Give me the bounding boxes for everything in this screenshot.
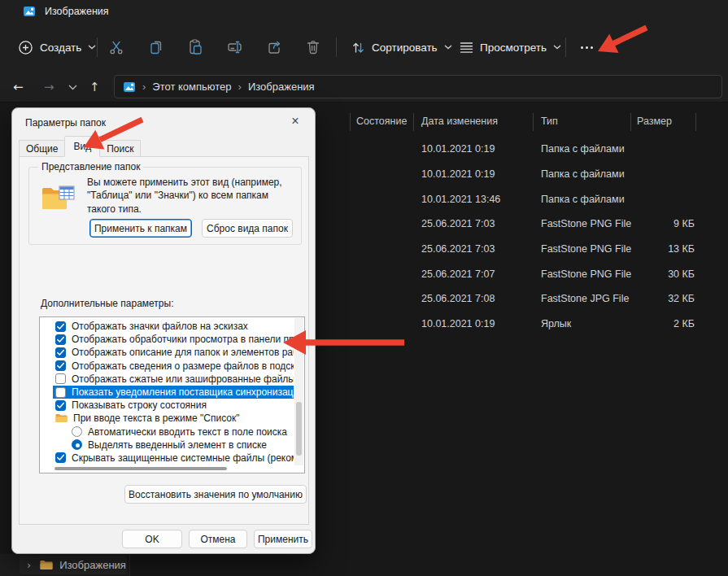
column-separator: [630, 113, 631, 131]
sort-button[interactable]: Сортировать: [351, 23, 452, 72]
checkbox[interactable]: [55, 360, 66, 371]
history-chevron-button[interactable]: [68, 72, 77, 103]
command-bar: Создать Сортировать Просмотреть: [0, 23, 728, 72]
table-row[interactable]: 25.06.2021 7:03FastStone PNG File13 КБ: [350, 237, 728, 262]
window-title: Изображения: [45, 6, 109, 17]
checkbox[interactable]: [55, 400, 66, 411]
advanced-option[interactable]: Показывать строку состояния: [53, 399, 294, 412]
advanced-option[interactable]: Отображать обработчики просмотра в панел…: [53, 333, 294, 346]
apply-to-folders-button[interactable]: Применить к папкам: [89, 219, 192, 238]
table-row[interactable]: 25.06.2021 7:07FastStone PNG File30 КБ: [350, 261, 728, 286]
checkbox[interactable]: [55, 373, 66, 384]
file-rows: 10.01.2021 0:19Папка с файлами10.01.2021…: [350, 137, 728, 337]
checkbox[interactable]: [55, 321, 66, 332]
tab-search[interactable]: Поиск: [99, 140, 141, 157]
sort-label: Сортировать: [372, 41, 438, 54]
new-label: Создать: [40, 41, 81, 54]
advanced-items: Отображать значки файлов на эскизахОтобр…: [40, 320, 304, 465]
cancel-button[interactable]: Отмена: [189, 530, 247, 548]
checkbox[interactable]: [55, 347, 66, 358]
column-header-status[interactable]: Состояние: [356, 116, 407, 127]
radio-button[interactable]: [72, 426, 82, 437]
sort-arrows-icon: [351, 41, 365, 55]
advanced-option[interactable]: Скрывать защищенные системные файлы (рек…: [53, 452, 294, 465]
cell-date: 25.06.2021 7:03: [413, 218, 533, 229]
new-button[interactable]: Создать: [18, 23, 96, 72]
checkbox[interactable]: [55, 452, 66, 463]
back-button[interactable]: ←: [13, 72, 24, 103]
advanced-option[interactable]: Автоматически вводить текст в поле поиск…: [53, 425, 294, 439]
forward-button[interactable]: →: [44, 72, 54, 103]
plus-circle-icon: [18, 40, 33, 55]
cell-type: FastStone PNG File: [533, 243, 630, 255]
table-row[interactable]: 10.01.2021 0:19Ярлык2 КБ: [350, 312, 728, 337]
column-header-type[interactable]: Тип: [541, 116, 558, 127]
expand-chevron-icon[interactable]: ›: [27, 559, 31, 571]
close-icon[interactable]: ×: [282, 111, 308, 131]
copy-icon[interactable]: [146, 37, 166, 57]
breadcrumb-separator: ›: [142, 81, 146, 93]
cell-date: 10.01.2021 0:19: [413, 318, 533, 329]
option-label: Отображать сжатые или зашифрованные файл…: [72, 373, 294, 385]
sidebar-item-pictures[interactable]: › Изображения: [20, 556, 127, 574]
paste-icon[interactable]: [185, 37, 205, 57]
rename-icon[interactable]: [225, 37, 244, 57]
table-row[interactable]: 10.01.2021 13:46Папка с файлами: [350, 186, 728, 212]
scrollbar-thumb[interactable]: [296, 402, 302, 456]
breadcrumb-pictures[interactable]: Изображения: [248, 81, 315, 93]
breadcrumb-separator: ›: [238, 81, 242, 93]
option-label: Отображать описание для папок и элементо…: [72, 347, 294, 358]
cell-date: 10.01.2021 13:46: [413, 194, 533, 205]
column-separator: [350, 113, 351, 131]
more-options-button[interactable]: [574, 37, 599, 57]
option-label: Отображать значки файлов на эскизах: [72, 321, 248, 332]
advanced-option[interactable]: Отображать значки файлов на эскизах: [53, 320, 294, 333]
column-header-date[interactable]: Дата изменения: [421, 116, 498, 127]
restore-defaults-button[interactable]: Восстановить значения по умолчанию: [124, 485, 307, 504]
dialog-tabs: Общие Вид Поиск: [19, 136, 140, 157]
horizontal-scrollbar[interactable]: [41, 467, 294, 471]
table-row[interactable]: 10.01.2021 0:19Папка с файлами: [350, 137, 728, 162]
share-icon[interactable]: [264, 37, 284, 57]
cell-type: FastStone PNG File: [533, 268, 630, 280]
cell-type: Ярлык: [533, 318, 630, 329]
ok-button[interactable]: OK: [122, 530, 182, 548]
checkbox[interactable]: [55, 387, 66, 398]
cut-icon[interactable]: [107, 37, 126, 57]
ellipsis-icon: [581, 46, 593, 49]
navigation-pane: › Изображения: [0, 554, 130, 576]
advanced-option[interactable]: При вводе текста в режиме "Список": [53, 412, 294, 425]
column-separator: [413, 113, 414, 131]
cell-size: 30 КБ: [630, 268, 695, 280]
advanced-option[interactable]: Отображать описание для папок и элементо…: [53, 346, 294, 359]
advanced-option[interactable]: Отображать сжатые или зашифрованные файл…: [53, 373, 294, 386]
tab-general[interactable]: Общие: [19, 140, 65, 157]
vertical-scrollbar[interactable]: [294, 318, 303, 465]
scrollbar-thumb[interactable]: [54, 467, 227, 470]
delete-icon[interactable]: [303, 37, 323, 57]
table-row[interactable]: 25.06.2021 7:03FastStone PNG File9 КБ: [350, 212, 728, 237]
advanced-option[interactable]: Показать уведомления поставщика синхрони…: [53, 386, 294, 399]
up-button[interactable]: ↑: [89, 72, 100, 103]
tab-view[interactable]: Вид: [64, 136, 100, 157]
apply-button[interactable]: Применить: [254, 530, 312, 548]
cell-type: Папка с файлами: [533, 168, 630, 180]
cell-size: 9 КБ: [630, 218, 695, 229]
table-row[interactable]: 10.01.2021 0:19Папка с файлами: [350, 162, 728, 187]
table-row[interactable]: 25.06.2021 7:08FastStone JPG File32 КБ: [350, 286, 728, 312]
advanced-option[interactable]: Выделять введенный элемент в списке: [53, 439, 294, 452]
cell-type: FastStone PNG File: [533, 218, 630, 229]
reset-folders-button[interactable]: Сброс вида папок: [202, 219, 293, 238]
radio-button[interactable]: [72, 439, 82, 450]
column-separator: [533, 113, 534, 131]
checkbox[interactable]: [55, 334, 66, 345]
address-bar[interactable]: › Этот компьютер › Изображения: [114, 75, 722, 98]
view-button[interactable]: Просмотреть: [460, 23, 561, 72]
option-label: При вводе текста в режиме "Список": [73, 412, 240, 424]
column-separator: [695, 113, 696, 131]
advanced-option[interactable]: Отображать сведения о размере файлов в п…: [53, 360, 294, 373]
column-header-size[interactable]: Размер: [637, 116, 672, 127]
cell-date: 25.06.2021 7:03: [413, 243, 533, 255]
breadcrumb-this-pc[interactable]: Этот компьютер: [152, 81, 231, 93]
option-label: Отображать сведения о размере файлов в п…: [72, 360, 294, 372]
